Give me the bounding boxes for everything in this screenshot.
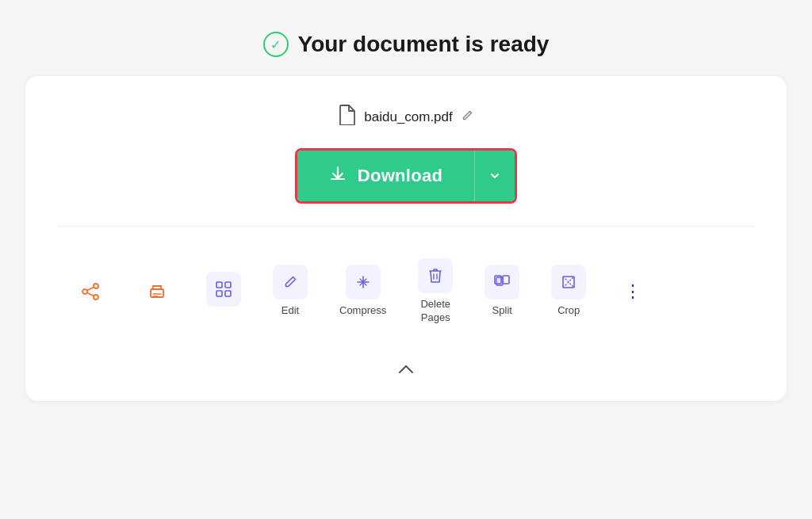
svg-line-4 — [87, 292, 94, 296]
compress-label: Compress — [339, 304, 386, 318]
more-dots-icon: ⋮ — [615, 277, 653, 307]
title-row: ✓ Your document is ready — [263, 32, 550, 57]
svg-rect-9 — [216, 291, 222, 296]
svg-point-6 — [163, 291, 164, 292]
svg-line-3 — [87, 287, 94, 290]
print-icon — [140, 274, 174, 309]
page-title: Your document is ready — [298, 32, 550, 57]
download-arrow-icon — [329, 165, 347, 187]
file-icon — [339, 105, 356, 129]
delete-pages-icon — [418, 258, 453, 293]
collapse-button[interactable] — [396, 363, 416, 376]
svg-point-0 — [94, 284, 98, 288]
svg-rect-7 — [216, 282, 222, 288]
svg-point-2 — [82, 289, 87, 294]
check-icon: ✓ — [263, 32, 289, 57]
tools-row: Edit Compress — [57, 249, 755, 338]
crop-icon — [551, 265, 586, 300]
edit-label: Edit — [282, 304, 299, 318]
tool-crop[interactable]: Crop — [535, 258, 602, 324]
svg-rect-17 — [496, 277, 503, 285]
svg-point-1 — [94, 295, 98, 300]
download-label: Download — [358, 166, 443, 186]
svg-rect-16 — [503, 276, 509, 284]
delete-pages-label: DeletePages — [420, 298, 450, 325]
merge-icon — [206, 272, 241, 307]
tool-merge[interactable] — [190, 265, 257, 318]
tool-split[interactable]: Split — [469, 258, 535, 324]
compress-icon — [346, 265, 381, 300]
edit-icon — [273, 265, 308, 300]
tool-edit[interactable]: Edit — [257, 258, 324, 324]
collapse-row — [57, 357, 755, 376]
split-label: Split — [492, 304, 512, 318]
crop-label: Crop — [557, 304, 580, 318]
page-wrapper: ✓ Your document is ready baidu_com.pdf — [25, 32, 787, 401]
filename-text: baidu_com.pdf — [364, 109, 453, 125]
document-card: baidu_com.pdf Download — [25, 76, 787, 401]
edit-filename-icon[interactable] — [461, 109, 473, 125]
tool-delete-pages[interactable]: DeletePages — [402, 252, 469, 331]
tool-compress[interactable]: Compress — [324, 258, 402, 324]
tool-share[interactable] — [57, 268, 124, 315]
filename-row: baidu_com.pdf — [339, 105, 473, 129]
download-button-wrapper: Download — [295, 148, 518, 204]
tool-print[interactable] — [124, 268, 190, 315]
svg-rect-10 — [225, 291, 231, 296]
download-button[interactable]: Download — [297, 151, 475, 201]
more-button[interactable]: ⋮ — [602, 270, 665, 313]
divider — [57, 226, 755, 227]
split-icon — [485, 265, 519, 300]
svg-rect-8 — [225, 282, 231, 288]
share-icon — [73, 274, 108, 309]
download-dropdown-button[interactable] — [474, 151, 515, 201]
